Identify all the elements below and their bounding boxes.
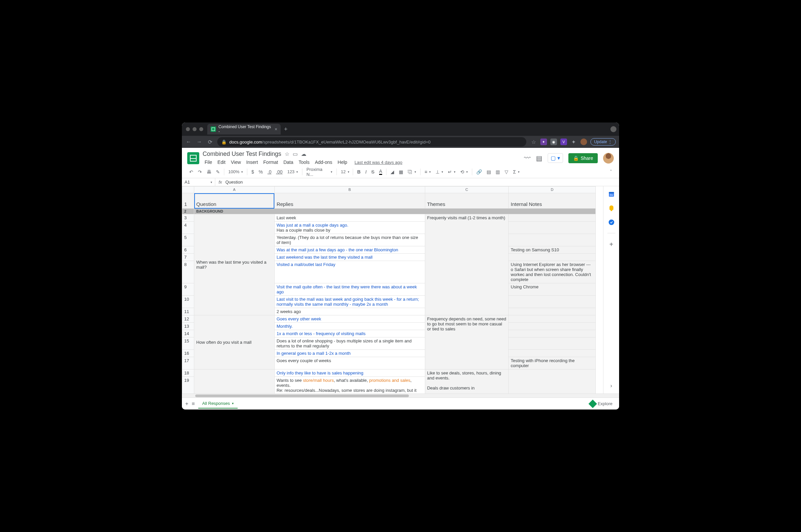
decrease-decimal-button[interactable]: .0: [266, 168, 274, 175]
cell[interactable]: [509, 369, 596, 394]
extensions-menu-icon[interactable]: ✦: [570, 139, 577, 145]
menu-help[interactable]: Help: [336, 159, 349, 166]
strikethrough-button[interactable]: S: [369, 168, 376, 175]
close-tab-icon[interactable]: ×: [275, 127, 277, 132]
cell[interactable]: Does a lot of online shopping - buys mul…: [274, 338, 425, 350]
star-icon[interactable]: ☆: [285, 151, 289, 157]
row-header[interactable]: 2: [182, 209, 194, 214]
profile-avatar-icon[interactable]: [580, 138, 587, 145]
cell[interactable]: Frequency depends on need, some need to …: [425, 316, 509, 369]
horizontal-scrollbar[interactable]: [182, 394, 619, 398]
menu-insert[interactable]: Insert: [244, 159, 260, 166]
add-addon-icon[interactable]: +: [608, 241, 615, 247]
spreadsheet-grid[interactable]: A B C D 1QuestionRepliesThemesInternal N…: [182, 186, 603, 394]
meet-button[interactable]: ▢ ▾: [548, 153, 563, 163]
redo-button[interactable]: ↷: [196, 168, 204, 175]
row-header[interactable]: 17: [182, 357, 194, 369]
last-edit-link[interactable]: Last edit was 4 days ago: [352, 159, 404, 166]
forward-button[interactable]: →: [196, 139, 203, 145]
tasks-icon[interactable]: [608, 219, 615, 226]
update-button[interactable]: Update ⋮: [590, 138, 616, 146]
cell[interactable]: [509, 316, 596, 323]
bookmark-icon[interactable]: ☆: [530, 139, 537, 145]
currency-button[interactable]: $: [249, 168, 256, 175]
comment-button[interactable]: ▤: [484, 168, 493, 175]
cell[interactable]: When was the last time you visited a mal…: [194, 214, 275, 316]
explore-button[interactable]: Explore: [586, 399, 616, 408]
row-header[interactable]: 19: [182, 377, 194, 394]
cell[interactable]: Last visit to the mall was last week and…: [274, 296, 425, 308]
comments-icon[interactable]: ▤: [536, 154, 542, 162]
cell[interactable]: Wants to see store/mall hours, what's av…: [274, 377, 425, 394]
cell[interactable]: [509, 222, 596, 234]
v-align-button[interactable]: ⊥: [434, 168, 445, 175]
paint-format-button[interactable]: ✎: [214, 168, 222, 175]
cell[interactable]: Testing on Samsung S10: [509, 246, 596, 254]
cell[interactable]: Internal Notes: [509, 193, 596, 209]
menu-data[interactable]: Data: [281, 159, 295, 166]
row-header[interactable]: 8: [182, 261, 194, 283]
name-box[interactable]: A1▾: [182, 178, 215, 186]
cell[interactable]: [509, 350, 596, 357]
cell[interactable]: Using Chrome: [509, 283, 596, 296]
fill-color-button[interactable]: ◢: [388, 168, 396, 175]
cell[interactable]: Themes: [425, 193, 509, 209]
activity-icon[interactable]: 〰: [524, 154, 531, 162]
wrap-button[interactable]: ↵: [446, 168, 458, 175]
cell[interactable]: Using Internet Explorer as her browser -…: [509, 261, 596, 283]
zoom-select[interactable]: 100%: [226, 168, 245, 175]
reload-button[interactable]: ⟳: [207, 139, 213, 145]
maximize-window-icon[interactable]: [199, 127, 203, 131]
url-input[interactable]: 🔒 docs.google.com/spreadsheets/d/1TBOKa1…: [217, 137, 526, 147]
cell[interactable]: In general goes to a mall 1-2x a month: [274, 350, 425, 357]
row-header[interactable]: 15: [182, 338, 194, 350]
menu-addons[interactable]: Add-ons: [313, 159, 334, 166]
cell[interactable]: Visited a mall/outlet last Friday: [274, 261, 425, 283]
cloud-status-icon[interactable]: ☁: [301, 151, 306, 157]
font-select[interactable]: Proxima N...: [304, 166, 335, 178]
cell[interactable]: Only info they like to have is sales hap…: [274, 369, 425, 377]
cell[interactable]: Last week: [274, 214, 425, 222]
row-header[interactable]: 4: [182, 222, 194, 234]
select-all-corner[interactable]: [182, 187, 194, 193]
col-header-b[interactable]: B: [274, 187, 425, 193]
sheet-tab[interactable]: All Responses ▾: [198, 399, 237, 408]
extension-icon[interactable]: ✦: [540, 138, 547, 145]
new-tab-button[interactable]: +: [284, 126, 288, 133]
merge-button[interactable]: ⿻: [406, 168, 418, 175]
cell[interactable]: [509, 254, 596, 261]
cell[interactable]: Visit the mall quite often - the last ti…: [274, 283, 425, 296]
column-headers[interactable]: A B C D: [182, 187, 596, 193]
row-header[interactable]: 7: [182, 254, 194, 261]
undo-button[interactable]: ↶: [187, 168, 195, 175]
account-avatar-icon[interactable]: [603, 153, 614, 164]
calendar-icon[interactable]: 31: [608, 191, 615, 197]
row-header[interactable]: 13: [182, 323, 194, 330]
col-header-a[interactable]: A: [194, 187, 275, 193]
row-header[interactable]: 12: [182, 316, 194, 323]
minimize-window-icon[interactable]: [193, 127, 196, 131]
hide-panel-icon[interactable]: ›: [608, 383, 615, 390]
print-button[interactable]: 🖶: [205, 168, 213, 175]
back-button[interactable]: ←: [185, 139, 192, 145]
cell[interactable]: [509, 296, 596, 308]
sheets-logo-icon[interactable]: [187, 152, 199, 164]
cell[interactable]: [509, 214, 596, 222]
cell[interactable]: [509, 338, 596, 350]
browser-tab[interactable]: Combined User Test Findings - ×: [207, 124, 281, 134]
bold-button[interactable]: B: [355, 168, 362, 175]
rotate-button[interactable]: ⟲: [458, 168, 470, 175]
row-header[interactable]: 9: [182, 283, 194, 296]
borders-button[interactable]: ▦: [397, 168, 405, 175]
filter-button[interactable]: ▽: [503, 168, 510, 175]
cell[interactable]: Last weekend was the last time they visi…: [274, 254, 425, 261]
extension-icon[interactable]: ◉: [550, 138, 557, 145]
tab-overflow-icon[interactable]: [610, 126, 616, 132]
cell[interactable]: Testing with iPhone recording the comput…: [509, 357, 596, 369]
row-header[interactable]: 1: [182, 193, 194, 209]
italic-button[interactable]: I: [363, 168, 368, 175]
cell[interactable]: 1x a month or less - frequency of visiti…: [274, 330, 425, 338]
menu-format[interactable]: Format: [261, 159, 280, 166]
cell[interactable]: Was just at a mall a couple days ago.Has…: [274, 222, 425, 234]
font-size-select[interactable]: 12: [339, 168, 351, 175]
